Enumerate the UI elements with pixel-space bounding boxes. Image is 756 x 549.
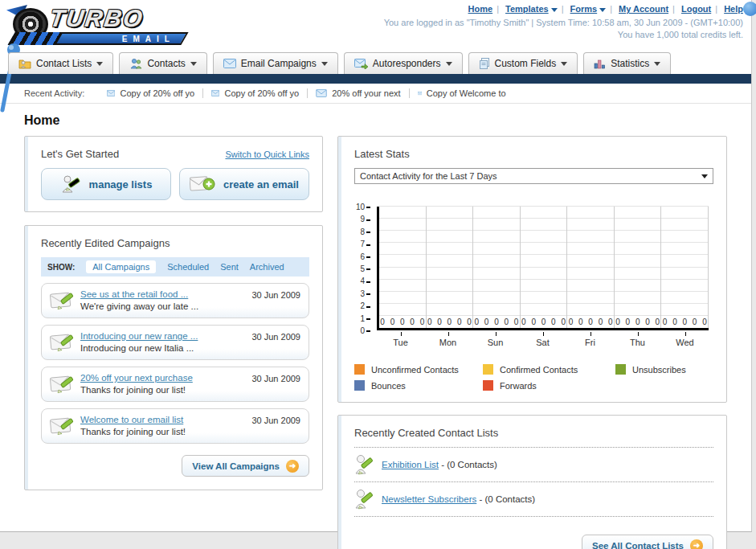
top-link-templates[interactable]: Templates: [505, 4, 549, 14]
contact-list-link[interactable]: Newsletter Subscribers: [382, 494, 476, 504]
manage-lists-label: manage lists: [89, 178, 153, 191]
series-value-labels: 0 0 0 0 0: [473, 318, 520, 326]
switch-quick-links-link[interactable]: Switch to Quick Links: [225, 150, 309, 159]
top-link-home[interactable]: Home: [468, 4, 493, 14]
chevron-down-icon: [561, 62, 567, 66]
content-area: TURBO EMAIL Home| Templates| Forms| My A…: [0, 0, 752, 532]
latest-stats-title: Latest Stats: [354, 148, 713, 160]
page-title: Home: [24, 113, 727, 128]
edit-campaign-icon: [50, 290, 80, 311]
session-line2: You have 1,000 total credits left.: [384, 29, 743, 41]
contacts-icon: [129, 58, 142, 69]
autoresponders-icon: [354, 59, 368, 69]
activity-text: Copy of 20% off yo: [120, 88, 194, 98]
tab-all-campaigns[interactable]: All Campaigns: [86, 260, 156, 273]
tab-sent[interactable]: Sent: [220, 262, 239, 272]
edit-list-icon: [354, 489, 374, 510]
activity-text: Copy of 20% off yo: [224, 88, 299, 98]
campaign-title-link[interactable]: Introducing our new range ...: [80, 330, 251, 342]
legend-label: Confirmed Contacts: [500, 365, 578, 375]
chart-day-column: 0 0 0 0 0: [521, 207, 568, 328]
recent-activity-item[interactable]: Copy of 20% off yo: [99, 88, 203, 98]
tab-archived[interactable]: Archived: [250, 262, 284, 272]
campaign-title-link[interactable]: 20% off your next purchase: [80, 372, 251, 384]
left-column: Let's Get Started Switch to Quick Links: [24, 136, 323, 490]
campaign-title-link[interactable]: Welcome to our email list: [80, 414, 251, 426]
recent-activity-label: Recent Activity:: [24, 88, 84, 98]
top-link-logout[interactable]: Logout: [681, 4, 711, 14]
x-axis-tick-label: Thu: [614, 332, 661, 353]
nav-tab-email-campaigns[interactable]: Email Campaigns: [213, 52, 338, 74]
view-all-campaigns-label: View All Campaigns: [192, 461, 280, 471]
edit-campaign-icon: [50, 374, 80, 395]
recent-activity-item[interactable]: Copy of 20% off yo: [203, 88, 308, 98]
recently-edited-campaigns-panel: Recently Edited Campaigns SHOW: All Camp…: [24, 225, 323, 490]
campaign-date: 30 Jun 2009: [251, 416, 300, 425]
logo-title: TURBO: [48, 5, 145, 32]
legend-item-unconfirmed-contacts: Unconfirmed Contacts: [354, 364, 483, 375]
manage-lists-button[interactable]: manage lists: [41, 168, 171, 200]
session-line1: You are logged in as "Timothy Smith" | S…: [384, 17, 743, 29]
series-value-labels: 0 0 0 0 0: [427, 318, 473, 326]
y-axis-tick-label: 2: [360, 301, 370, 310]
y-axis-tick-label: 7: [360, 240, 370, 248]
y-axis-tick-label: 9: [360, 215, 370, 223]
contact-list-row[interactable]: Exhibition List - (0 Contacts): [354, 448, 713, 482]
activity-text: 20% off your next: [332, 88, 400, 98]
y-axis-tick-label: 8: [360, 227, 370, 236]
x-axis-tick-label: Tue: [377, 332, 424, 353]
view-all-campaigns-button[interactable]: View All Campaigns ➜: [182, 455, 309, 477]
create-email-icon: [190, 175, 215, 193]
top-link-forms[interactable]: Forms: [570, 4, 598, 14]
chart-day-column: 0 0 0 0 0: [567, 207, 615, 328]
campaign-row[interactable]: Introducing our new range ... Introducin…: [41, 325, 309, 360]
main: Home Let's Get Started Switch to Quick L…: [0, 104, 751, 549]
chevron-down-icon: [701, 174, 708, 178]
chart-day-column: 0 0 0 0 0: [427, 207, 474, 328]
nav-label: Contact Lists: [36, 58, 92, 69]
nav-tab-autoresponders[interactable]: Autoresponders: [344, 52, 463, 74]
recent-activity-bar: Recent Activity: Copy of 20% off yo Copy…: [0, 84, 751, 104]
top-link-help[interactable]: Help: [724, 4, 743, 14]
main-nav: Contact Lists Contacts Email Campaig: [0, 51, 751, 74]
x-axis-tick-label: Sat: [519, 332, 566, 353]
campaign-row[interactable]: See us at the retail food ... We're givi…: [41, 283, 309, 318]
create-email-button[interactable]: create an email: [179, 168, 309, 200]
campaign-row[interactable]: Welcome to our email list Thanks for joi…: [41, 408, 309, 444]
header: TURBO EMAIL Home| Templates| Forms| My A…: [0, 0, 751, 51]
envelope-icon: [316, 89, 327, 97]
x-axis-tick-label: Fri: [566, 332, 614, 353]
contact-list-row[interactable]: Newsletter Subscribers - (0 Contacts): [354, 482, 713, 517]
edit-campaign-icon: [50, 332, 80, 353]
nav-label: Custom Fields: [495, 58, 557, 69]
contact-list-link[interactable]: Exhibition List: [382, 460, 439, 469]
show-label: SHOW:: [47, 263, 75, 272]
nav-tab-contacts[interactable]: Contacts: [119, 52, 206, 74]
campaign-row[interactable]: 20% off your next purchase Thanks for jo…: [41, 367, 309, 402]
see-all-contact-lists-button[interactable]: See All Contact Lists ➜: [582, 535, 713, 549]
tab-scheduled[interactable]: Scheduled: [167, 262, 209, 272]
chart-y-axis: 012345678910: [354, 207, 377, 330]
legend-label: Unconfirmed Contacts: [371, 365, 459, 375]
right-column: Latest Stats Contact Activity for the La…: [337, 136, 727, 549]
legend-swatch: [483, 364, 493, 375]
top-link-my-account[interactable]: My Account: [619, 4, 668, 14]
y-axis-tick-label: 10: [356, 203, 370, 211]
nav-label: Statistics: [611, 58, 649, 69]
nav-tab-contact-lists[interactable]: Contact Lists: [8, 52, 113, 74]
campaign-date: 30 Jun 2009: [251, 374, 300, 383]
nav-tab-custom-fields[interactable]: Custom Fields: [468, 52, 578, 74]
x-axis-tick-label: Wed: [661, 332, 709, 353]
stats-filter-select[interactable]: Contact Activity for the Last 7 Days: [354, 168, 713, 184]
campaigns-title: Recently Edited Campaigns: [41, 237, 309, 249]
series-value-labels: 0 0 0 0 0: [521, 318, 567, 326]
chart-day-column: 0 0 0 0 0: [661, 207, 709, 328]
campaign-title-link[interactable]: See us at the retail food ...: [80, 289, 251, 301]
x-axis-tick-label: Sun: [472, 332, 519, 353]
recent-activity-item[interactable]: Copy of Welcome to: [410, 88, 514, 98]
chevron-down-icon: [96, 62, 103, 66]
email-campaigns-icon: [223, 59, 236, 68]
recent-activity-item[interactable]: 20% off your next: [308, 88, 409, 98]
nav-tab-statistics[interactable]: Statistics: [583, 52, 671, 74]
edit-list-icon: [354, 454, 374, 475]
